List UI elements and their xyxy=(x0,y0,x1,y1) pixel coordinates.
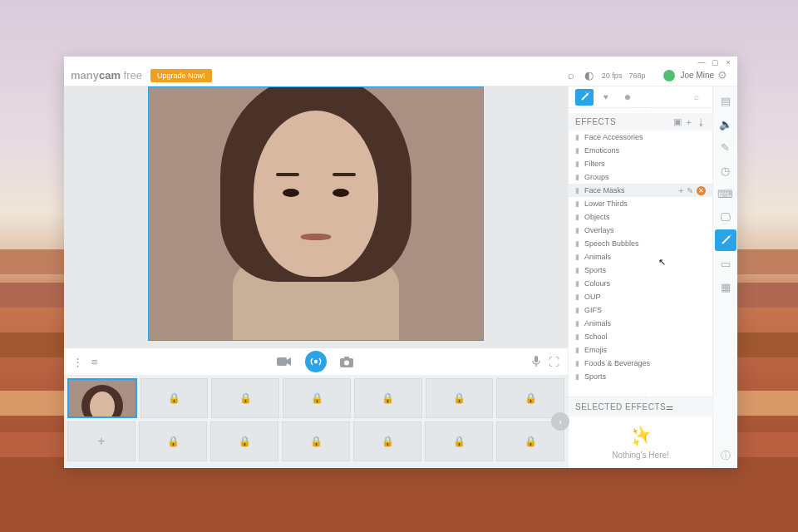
effects-item[interactable]: ▮Face Masks+✎✕ xyxy=(569,184,712,197)
window-minimize-button[interactable]: — xyxy=(697,58,706,65)
effects-item[interactable]: ▮Speech Bubbles xyxy=(569,237,712,250)
user-name-label: Joe Mine xyxy=(680,71,714,80)
effects-item-label: OUP xyxy=(584,293,706,301)
preset-thumb-locked[interactable]: 🔒 xyxy=(353,421,421,461)
preset-thumb-locked[interactable]: 🔒 xyxy=(426,378,494,418)
rail-panels-icon[interactable]: ▤ xyxy=(715,90,736,111)
resolution-label[interactable]: 768p xyxy=(628,71,645,80)
svg-point-4 xyxy=(344,360,349,365)
camera-icon[interactable] xyxy=(277,357,292,367)
preset-thumb-locked[interactable]: 🔒 xyxy=(210,421,278,461)
more-icon[interactable]: ⋮ xyxy=(72,356,83,368)
effects-item-action-icon[interactable]: + xyxy=(678,186,683,195)
preset-thumb-1[interactable] xyxy=(67,378,137,418)
effects-item[interactable]: ▮Colours xyxy=(569,277,712,290)
selected-effects-body: ✨ Nothing's Here! xyxy=(569,416,712,468)
rail-effects-icon[interactable] xyxy=(715,229,736,251)
preset-thumb-locked[interactable]: 🔒 xyxy=(139,421,207,461)
video-preview[interactable] xyxy=(148,86,484,341)
effects-item[interactable]: ▮School xyxy=(569,330,712,343)
preset-thumb-locked[interactable]: 🔒 xyxy=(140,378,209,418)
rail-apps-icon[interactable]: ▦ xyxy=(715,276,736,298)
folder-icon: ▮ xyxy=(575,346,579,354)
fullscreen-icon[interactable]: ⛶ xyxy=(549,356,559,368)
folder-icon: ▮ xyxy=(575,160,579,168)
preset-thumb-locked[interactable]: 🔒 xyxy=(496,378,564,418)
effects-item[interactable]: ▮Foods & Beverages xyxy=(569,357,712,370)
effects-tab-wand[interactable] xyxy=(575,89,594,106)
effects-item-label: GIFS xyxy=(584,306,706,314)
effects-item[interactable]: ▮Emoticons xyxy=(569,144,712,157)
preset-thumb-locked[interactable]: 🔒 xyxy=(425,421,493,461)
window-maximize-button[interactable]: ▢ xyxy=(711,58,719,65)
effects-item[interactable]: ▮Face Accessories xyxy=(569,131,712,144)
effects-item[interactable]: ▮Lower Thirds xyxy=(569,197,712,210)
effects-item-label: Speech Bubbles xyxy=(584,239,706,248)
effects-item-label: Emojis xyxy=(584,346,706,354)
preset-thumb-locked[interactable]: 🔒 xyxy=(354,378,422,418)
window-close-button[interactable]: × xyxy=(724,58,732,65)
playlist-icon[interactable]: ≡ xyxy=(91,356,98,368)
rail-subtitle-icon[interactable]: ▭ xyxy=(715,253,736,274)
preset-thumb-add[interactable]: + xyxy=(67,421,135,461)
effects-tab-favorites[interactable]: ♥ xyxy=(597,89,615,106)
window-titlebar: — ▢ × xyxy=(64,57,737,65)
folder-icon: ▮ xyxy=(575,239,579,248)
rail-keyboard-icon[interactable]: ⌨ xyxy=(715,183,736,204)
effects-item[interactable]: ▮Sports xyxy=(569,264,712,277)
zoom-icon[interactable]: ⌕ xyxy=(562,69,580,81)
settings-gear-icon[interactable]: ⚙ xyxy=(714,69,731,81)
effects-item[interactable]: ▮GIFS xyxy=(569,303,712,317)
rail-info-icon[interactable]: ⓘ xyxy=(721,449,731,463)
effects-search-icon[interactable]: ⌕ xyxy=(687,89,706,106)
user-block[interactable]: Joe Mine xyxy=(663,70,714,81)
snapshot-icon[interactable] xyxy=(340,357,353,367)
effects-tab-masks[interactable]: ☻ xyxy=(618,89,637,106)
rail-history-icon[interactable]: ◷ xyxy=(715,160,736,181)
preset-thumb-locked[interactable]: 🔒 xyxy=(282,421,350,461)
effects-add-icon[interactable]: + xyxy=(687,117,692,127)
effects-item[interactable]: ▮Emojis xyxy=(569,343,712,357)
effects-item[interactable]: ▮Objects xyxy=(569,210,712,224)
svg-line-7 xyxy=(582,94,588,100)
effects-item[interactable]: ▮Animals xyxy=(569,250,712,264)
brightness-icon[interactable]: ◐ xyxy=(580,69,598,81)
selected-effects-settings-icon[interactable]: ⚌ xyxy=(666,402,673,411)
svg-point-10 xyxy=(585,91,586,92)
effects-item-label: Animals xyxy=(584,253,706,261)
preset-thumb-locked[interactable]: 🔒 xyxy=(211,378,279,418)
folder-icon: ▮ xyxy=(575,293,579,301)
rail-volume-icon[interactable]: 🔈 xyxy=(715,113,736,135)
folder-icon: ▮ xyxy=(575,186,579,195)
effects-item[interactable]: ▮OUP xyxy=(569,290,712,303)
effects-item[interactable]: ▮Overlays xyxy=(569,224,712,237)
svg-rect-3 xyxy=(344,357,349,359)
effects-item[interactable]: ▮Groups xyxy=(569,170,712,184)
effects-folder-add-icon[interactable]: ▣ xyxy=(673,116,682,127)
effects-item-delete-icon[interactable]: ✕ xyxy=(697,186,706,195)
folder-icon: ▮ xyxy=(575,319,579,328)
effects-item[interactable]: ▮Filters xyxy=(569,157,712,170)
upgrade-button[interactable]: Upgrade Now! xyxy=(150,69,212,82)
folder-icon: ▮ xyxy=(575,306,579,314)
preset-next-button[interactable]: › xyxy=(551,412,569,431)
selected-effects-title: SELECTED EFFECTS xyxy=(575,402,666,411)
effects-list[interactable]: ↖ ▮Face Accessories▮Emoticons▮Filters▮Gr… xyxy=(569,131,712,392)
fps-label: 20 fps xyxy=(602,71,623,80)
effects-item-action-icon[interactable]: ✎ xyxy=(687,186,693,195)
preset-thumbnails: 🔒 🔒 🔒 🔒 🔒 🔒 + 🔒 🔒 🔒 🔒 🔒 🔒 › xyxy=(64,375,568,468)
effects-download-icon[interactable]: ⭳ xyxy=(697,117,706,127)
rail-draw-icon[interactable]: ✎ xyxy=(715,136,736,158)
app-logo: manycam free xyxy=(71,69,142,81)
folder-icon: ▮ xyxy=(575,213,579,221)
rail-picture-icon[interactable]: 🖵 xyxy=(715,206,736,228)
broadcast-button[interactable] xyxy=(305,351,327,372)
preset-thumb-locked[interactable]: 🔒 xyxy=(283,378,351,418)
microphone-icon[interactable] xyxy=(532,356,540,367)
effects-item[interactable]: ▮Animals xyxy=(569,317,712,330)
app-body: ⋮ ≡ ⛶ xyxy=(64,86,737,468)
top-toolbar: manycam free Upgrade Now! ⌕ ◐ 20 fps 768… xyxy=(64,65,737,86)
effects-item[interactable]: ▮Sports xyxy=(569,370,712,383)
effects-item-label: Colours xyxy=(584,279,706,288)
effects-item-label: Sports xyxy=(584,266,706,274)
